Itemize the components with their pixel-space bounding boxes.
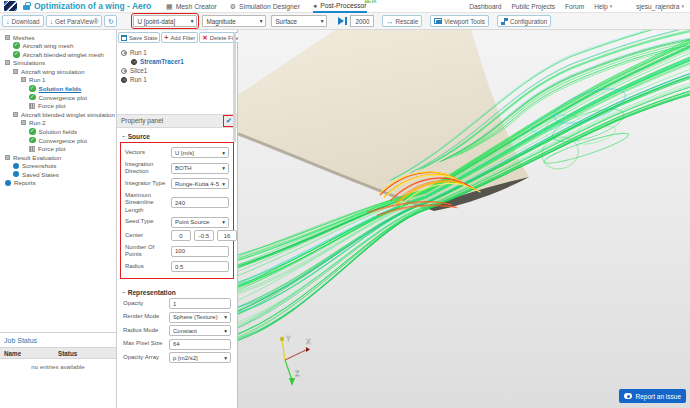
chart-icon: [29, 146, 35, 152]
source-section-header[interactable]: Source: [122, 133, 233, 140]
tree-simulations[interactable]: Simulations: [3, 59, 116, 67]
configuration-button[interactable]: Configuration: [497, 15, 551, 27]
chart-icon: [29, 103, 35, 109]
tree-aircraft-wing-simulation[interactable]: Aircraft wing simulation: [3, 67, 116, 75]
vectors-select[interactable]: U [m/s] ▾: [171, 147, 229, 158]
tab-label: Post-Processor: [320, 2, 366, 9]
user-menu[interactable]: sjesu_rajendra ▾: [636, 3, 684, 10]
radius-mode-select[interactable]: Constant ▾: [169, 325, 231, 336]
play-button[interactable]: [338, 17, 347, 25]
help-menu[interactable]: Help ▾: [594, 3, 612, 10]
radius-input[interactable]: [171, 261, 229, 272]
field-number-of-points: Number Of Points: [125, 244, 229, 259]
viewport-tools-button[interactable]: Viewport Tools: [430, 15, 489, 27]
link-public-projects[interactable]: Public Projects: [511, 3, 555, 10]
render-mode-select[interactable]: Sphere (Texture) ▾: [169, 312, 231, 323]
project-title: Optimization of a wing - Aerospac...: [34, 1, 152, 11]
z-axis-cone: [289, 378, 295, 386]
column-name: Name: [4, 350, 58, 357]
download-icon: ↓: [50, 18, 54, 25]
tree-solution-fields-selected[interactable]: Solution fields: [3, 84, 116, 92]
tree-force-plot-2[interactable]: Force plot: [3, 145, 116, 153]
panel-scrollbar[interactable]: [233, 32, 236, 142]
folder-icon: [13, 69, 18, 74]
field-opacity: Opacity: [123, 298, 231, 309]
field-seed-type: Seed Type Point Source ▾: [125, 217, 229, 228]
center-z-input[interactable]: [217, 230, 237, 241]
opacity-array-select[interactable]: p [m2/s2] ▾: [169, 352, 231, 363]
get-paraview-button[interactable]: ↓ Get ParaView®: [46, 15, 103, 27]
tree-aircraft-blended-winglet-simulation[interactable]: Aircraft blended winglet simulation: [3, 110, 116, 118]
job-status-title: Job Status: [4, 337, 116, 344]
tree-run-2[interactable]: Run 2: [3, 119, 116, 127]
tree-convergence-plot-2[interactable]: Convergence plot: [3, 136, 116, 144]
tree-run-1[interactable]: Run 1: [3, 76, 116, 84]
field-dropdown[interactable]: U [point-data] ▾: [133, 15, 197, 27]
tree-meshes[interactable]: Meshes: [3, 33, 116, 41]
link-dashboard[interactable]: Dashboard: [469, 3, 501, 10]
add-filter-button[interactable]: + Add Filter: [161, 32, 198, 43]
tree-force-plot[interactable]: Force plot: [3, 102, 116, 110]
project-tree-sidebar: Meshes Aircraft wing mesh Aircraft blend…: [0, 30, 117, 408]
tab-mesh-creator[interactable]: ▦ Mesh Creator: [166, 0, 217, 13]
field-opacity-array: Opacity Array p [m2/s2] ▾: [123, 352, 231, 363]
integration-direction-select[interactable]: BOTH ▾: [171, 163, 229, 174]
frame-input[interactable]: [350, 15, 374, 27]
refresh-button[interactable]: ↻: [104, 15, 117, 27]
tab-label: Simulation Designer: [239, 3, 300, 10]
link-forum[interactable]: Forum: [565, 3, 584, 10]
play-icon: [338, 17, 344, 25]
center-x-input[interactable]: [171, 230, 191, 241]
representation-dropdown[interactable]: Surface ▾: [271, 15, 327, 27]
property-panel-title: Property panel: [121, 117, 163, 124]
opacity-input[interactable]: [169, 298, 231, 309]
filter-streamtracer1[interactable]: StreamTracer1: [121, 57, 235, 66]
download-button[interactable]: ↓ Download: [2, 15, 44, 27]
tree-solution-fields-2[interactable]: Solution fields: [3, 127, 116, 135]
job-status-panel: Job Status Name Status no entries availa…: [0, 332, 116, 408]
tree-saved-states[interactable]: Saved States: [3, 170, 116, 178]
job-status-empty: no entries available: [0, 363, 116, 370]
tab-simulation-designer[interactable]: ⚙ Simulation Designer: [230, 0, 300, 13]
tree-result-evaluation[interactable]: Result Evaluation: [3, 153, 116, 161]
render-viewport[interactable]: Y X Z Report an issue: [238, 30, 690, 408]
visibility-icon[interactable]: [131, 59, 137, 65]
seed-type-select[interactable]: Point Source ▾: [171, 217, 229, 228]
apply-checkmark-button[interactable]: ✔: [225, 117, 233, 125]
integrator-type-select[interactable]: Runge-Kutta 4-5 ▾: [171, 178, 229, 189]
filter-run-1b[interactable]: Run 1: [121, 75, 235, 84]
rescale-button[interactable]: ↔ Rescale: [382, 15, 422, 27]
field-value: U [point-data]: [137, 18, 175, 25]
report-label: Report an issue: [635, 393, 681, 400]
tree-convergence-plot[interactable]: Convergence plot: [3, 93, 116, 101]
save-state-button[interactable]: Save State: [118, 32, 160, 43]
filter-slice1[interactable]: Slice1: [121, 66, 235, 75]
tree-screenshots[interactable]: Screenshots: [3, 162, 116, 170]
tree-aircraft-blended-winglet-mesh[interactable]: Aircraft blended winglet mesh: [3, 50, 116, 58]
property-panel-header: Property panel ✔: [117, 114, 237, 128]
tree-reports[interactable]: Reports: [3, 179, 116, 187]
report-issue-button[interactable]: Report an issue: [619, 389, 686, 403]
x-axis-label: X: [306, 338, 311, 345]
refresh-icon: ↻: [108, 18, 114, 25]
chevron-down-icon: ▾: [222, 165, 225, 171]
chevron-down-icon: ▾: [224, 314, 227, 320]
component-dropdown[interactable]: Magnitude ▾: [202, 15, 266, 27]
visibility-icon[interactable]: [121, 77, 127, 83]
save-icon: [121, 35, 127, 41]
filter-run-1[interactable]: Run 1: [121, 48, 235, 57]
visibility-icon[interactable]: [121, 50, 127, 56]
download-label: Download: [12, 18, 40, 25]
chevron-down-icon: ▾: [222, 181, 225, 187]
representation-section-header[interactable]: Representation: [122, 289, 233, 296]
number-of-points-input[interactable]: [171, 246, 229, 257]
max-streamline-length-input[interactable]: [171, 197, 229, 208]
max-pixel-size-input[interactable]: [169, 339, 231, 350]
report-icon: [624, 393, 632, 399]
source-annotation-box: Vectors U [m/s] ▾ Integration Direction …: [120, 142, 234, 279]
tab-post-processor[interactable]: ● Post-Processor BETA: [313, 0, 367, 13]
help-label: Help: [594, 3, 608, 10]
visibility-icon[interactable]: [121, 68, 127, 74]
center-y-input[interactable]: [194, 230, 214, 241]
tree-aircraft-wing-mesh[interactable]: Aircraft wing mesh: [3, 42, 116, 50]
